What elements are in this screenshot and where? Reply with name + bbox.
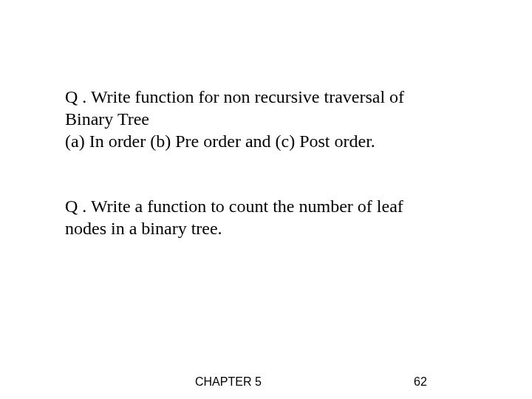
question-1: Q . Write function for non recursive tra… [65,86,475,152]
q1-line2: Binary Tree [65,109,149,129]
q2-line1: Q . Write a function to count the number… [65,197,403,216]
question-2: Q . Write a function to count the number… [65,195,475,239]
footer-chapter: CHAPTER 5 [195,375,262,389]
q2-line2: nodes in a binary tree. [65,219,222,238]
q1-line1: Q . Write function for non recursive tra… [65,87,404,106]
slide-content: Q . Write function for non recursive tra… [65,86,475,239]
footer-page-number: 62 [414,375,427,389]
q1-line3: (a) In order (b) Pre order and (c) Post … [65,132,375,151]
